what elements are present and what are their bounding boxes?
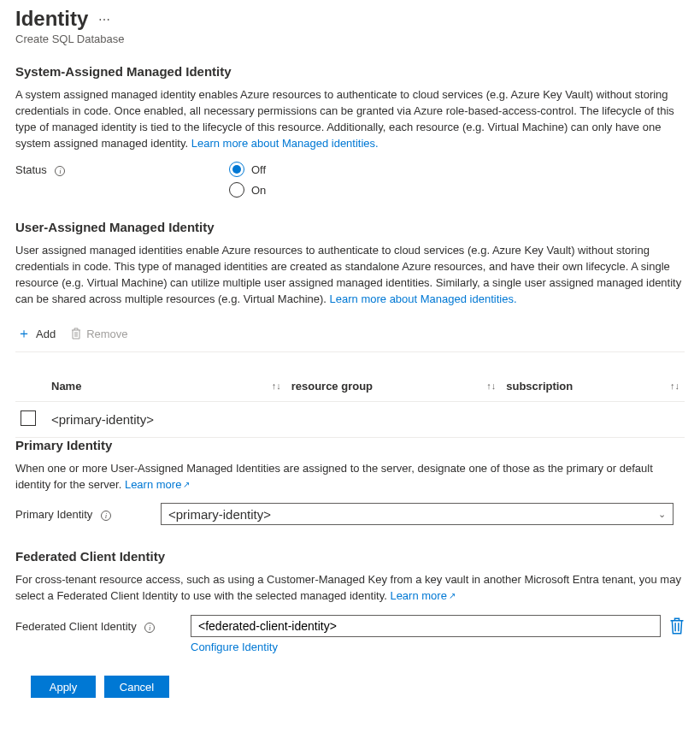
page-title: Identity bbox=[15, 7, 88, 31]
info-icon[interactable]: i bbox=[144, 623, 155, 633]
remove-button-label: Remove bbox=[86, 328, 127, 340]
status-radio-off[interactable]: Off bbox=[229, 162, 266, 177]
primary-identity-dropdown[interactable]: <primary-identity> ⌄ bbox=[161, 503, 674, 525]
chevron-down-icon: ⌄ bbox=[658, 509, 666, 520]
cell-name: <primary-identity> bbox=[46, 401, 286, 437]
plus-icon: ＋ bbox=[17, 325, 31, 343]
learn-more-user-link[interactable]: Learn more about Managed identities. bbox=[330, 292, 517, 305]
learn-more-federated-link[interactable]: Learn more↗ bbox=[390, 589, 455, 602]
column-header-resource-group[interactable]: resource group↑↓ bbox=[286, 373, 502, 402]
info-icon[interactable]: i bbox=[55, 166, 65, 176]
status-label: Status bbox=[15, 163, 47, 176]
sort-icon: ↑↓ bbox=[486, 381, 496, 391]
federated-description: For cross-tenant resource access, such a… bbox=[15, 572, 685, 605]
trash-icon bbox=[71, 328, 81, 340]
identities-table: Name↑↓ resource group↑↓ subscription↑↓ <… bbox=[15, 373, 685, 438]
sort-icon: ↑↓ bbox=[670, 381, 679, 391]
federated-client-identity-input[interactable] bbox=[191, 615, 661, 637]
section-title-system-assigned: System-Assigned Managed Identity bbox=[15, 64, 685, 79]
cell-subscription bbox=[501, 401, 685, 437]
section-title-federated: Federated Client Identity bbox=[15, 549, 685, 564]
primary-identity-label: Primary Identity bbox=[15, 508, 92, 521]
external-link-icon: ↗ bbox=[183, 480, 190, 489]
more-menu-icon[interactable]: ⋯ bbox=[98, 13, 111, 27]
radio-label-on: On bbox=[251, 184, 266, 197]
sort-icon: ↑↓ bbox=[272, 381, 281, 391]
section-title-user-assigned: User-Assigned Managed Identity bbox=[15, 220, 685, 234]
external-link-icon: ↗ bbox=[449, 591, 456, 600]
remove-button: Remove bbox=[71, 328, 127, 340]
status-radio-group: Off On bbox=[229, 162, 266, 198]
page-subtitle: Create SQL Database bbox=[15, 32, 685, 45]
delete-icon[interactable] bbox=[669, 617, 685, 635]
add-button-label: Add bbox=[36, 328, 56, 340]
apply-button[interactable]: Apply bbox=[31, 676, 96, 698]
add-button[interactable]: ＋ Add bbox=[17, 325, 56, 343]
column-header-subscription[interactable]: subscription↑↓ bbox=[501, 373, 685, 402]
learn-more-primary-link[interactable]: Learn more↗ bbox=[125, 478, 190, 491]
info-icon[interactable]: i bbox=[101, 511, 111, 521]
learn-more-system-link[interactable]: Learn more about Managed identities. bbox=[191, 137, 379, 150]
primary-identity-value: <primary-identity> bbox=[168, 507, 271, 522]
cancel-button[interactable]: Cancel bbox=[104, 676, 169, 698]
status-radio-on[interactable]: On bbox=[229, 182, 266, 198]
row-checkbox[interactable] bbox=[21, 410, 36, 426]
radio-label-off: Off bbox=[251, 163, 266, 176]
column-header-name[interactable]: Name↑↓ bbox=[46, 373, 286, 402]
system-assigned-description: A system assigned managed identity enabl… bbox=[15, 87, 685, 151]
user-assigned-description: User assigned managed identities enable … bbox=[15, 243, 685, 307]
table-row[interactable]: <primary-identity> bbox=[15, 401, 685, 437]
cell-resource-group bbox=[286, 401, 502, 437]
section-title-primary: Primary Identity bbox=[15, 438, 685, 452]
primary-identity-description: When one or more User-Assigned Managed I… bbox=[15, 461, 685, 493]
federated-label: Federated Client Identity bbox=[15, 620, 137, 633]
configure-identity-link[interactable]: Configure Identity bbox=[191, 641, 278, 653]
